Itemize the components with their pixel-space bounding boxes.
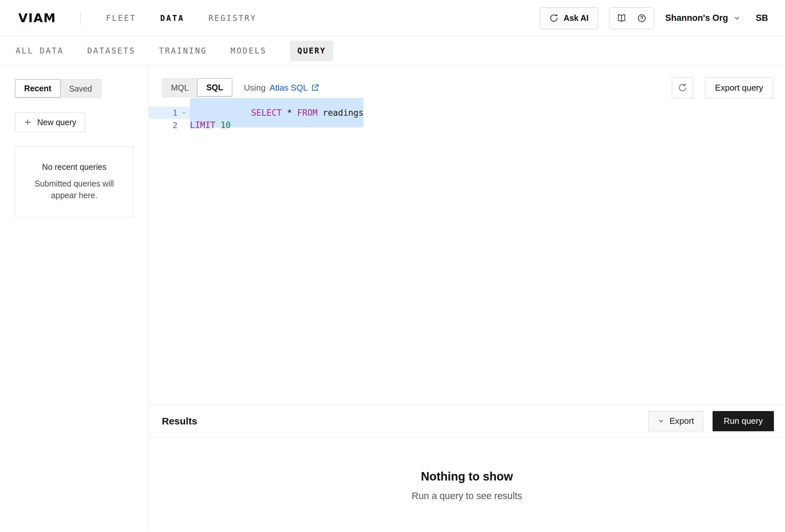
query-toolbar: MQL SQL Using Atlas SQL <box>162 77 773 98</box>
sql-tab[interactable]: SQL <box>197 78 232 97</box>
sql-token: 10 <box>221 120 231 130</box>
external-link-icon <box>311 83 320 92</box>
sql-token: readings <box>323 108 363 118</box>
query-main: MQL SQL Using Atlas SQL <box>149 65 785 532</box>
empty-results-title: Nothing to show <box>421 470 513 483</box>
reset-query-button[interactable] <box>672 77 693 98</box>
empty-results-subtitle: Run a query to see results <box>412 490 522 501</box>
sql-token: SELECT <box>251 108 282 118</box>
top-bar: VIAM FLEET DATA REGISTRY Ask AI <box>0 0 785 36</box>
topbar-left: VIAM FLEET DATA REGISTRY <box>18 11 257 25</box>
ask-ai-button[interactable]: Ask AI <box>540 7 598 29</box>
using-label: Using <box>244 83 265 93</box>
results-bar: Results Export Run query <box>149 404 785 438</box>
viam-logo[interactable]: VIAM <box>18 11 56 25</box>
empty-queries-title: No recent queries <box>24 162 124 172</box>
plus-icon <box>24 118 32 126</box>
ask-ai-label: Ask AI <box>563 14 589 23</box>
tab-training[interactable]: TRAINING <box>159 41 207 61</box>
refresh-icon <box>678 83 687 92</box>
saved-tab[interactable]: Saved <box>60 80 101 98</box>
fold-spacer <box>177 119 190 131</box>
ask-ai-icon <box>549 14 559 23</box>
gutter-line-2: 2 <box>149 119 190 131</box>
help-button[interactable] <box>632 8 652 28</box>
primary-nav: FLEET DATA REGISTRY <box>106 14 257 23</box>
query-sidebar: Recent Saved New query No recent queries… <box>0 65 149 532</box>
org-name: Shannon's Org <box>665 13 728 23</box>
code-text-line-1: SELECT * FROM readings <box>190 107 363 119</box>
mql-tab[interactable]: MQL <box>162 79 197 97</box>
results-title: Results <box>162 416 197 427</box>
chevron-down-icon <box>733 15 741 22</box>
empty-queries-subtitle: Submitted queries will appear here. <box>24 178 124 202</box>
sql-token: FROM <box>297 108 318 118</box>
no-recent-queries-box: No recent queries Submitted queries will… <box>15 147 133 217</box>
new-query-label: New query <box>37 118 76 127</box>
gutter-line-1: 1 <box>149 107 190 119</box>
recent-saved-toggle: Recent Saved <box>15 79 101 98</box>
nav-item-data[interactable]: DATA <box>160 14 184 23</box>
recent-tab[interactable]: Recent <box>15 79 60 98</box>
tab-models[interactable]: MODELS <box>231 41 267 61</box>
help-icon-group <box>609 7 654 29</box>
export-query-button[interactable]: Export query <box>705 77 773 98</box>
line-number-2: 2 <box>149 121 177 130</box>
nav-item-fleet[interactable]: FLEET <box>106 14 136 23</box>
sql-token: LIMIT <box>190 120 216 130</box>
docs-button[interactable] <box>611 8 632 28</box>
topbar-right: Ask AI <box>540 7 768 29</box>
avatar[interactable]: SB <box>756 13 768 23</box>
tab-all-data[interactable]: ALL DATA <box>16 41 64 61</box>
code-line-1[interactable]: 1 SELECT * FROM readings <box>149 107 785 119</box>
sql-code-editor[interactable]: 1 SELECT * FROM readings 2 <box>149 107 785 404</box>
query-language-toggle: MQL SQL <box>162 78 232 97</box>
results-empty-state: Nothing to show Run a query to see resul… <box>149 438 785 532</box>
atlas-sql-link[interactable]: Atlas SQL <box>270 83 320 93</box>
content: Recent Saved New query No recent queries… <box>0 65 785 532</box>
export-results-button[interactable]: Export <box>648 411 704 431</box>
tab-datasets[interactable]: DATASETS <box>87 41 136 61</box>
nav-item-registry[interactable]: REGISTRY <box>208 14 257 23</box>
tab-query[interactable]: QUERY <box>290 41 333 61</box>
book-icon <box>617 14 627 23</box>
atlas-sql-link-label: Atlas SQL <box>270 83 308 93</box>
run-query-button[interactable]: Run query <box>713 411 774 431</box>
new-query-button[interactable]: New query <box>15 112 85 132</box>
code-text-line-2: LIMIT 10 <box>190 119 231 131</box>
data-tab-bar: ALL DATA DATASETS TRAINING MODELS QUERY <box>0 36 785 65</box>
chevron-down-icon <box>658 418 664 424</box>
export-results-label: Export <box>669 416 694 426</box>
org-selector[interactable]: Shannon's Org <box>665 13 741 23</box>
sql-token: * <box>287 108 292 118</box>
help-icon <box>637 14 647 23</box>
topbar-divider <box>80 11 81 25</box>
line-number-1: 1 <box>149 108 177 118</box>
fold-chevron-icon[interactable] <box>177 107 190 119</box>
using-atlas-sql: Using Atlas SQL <box>244 83 320 93</box>
